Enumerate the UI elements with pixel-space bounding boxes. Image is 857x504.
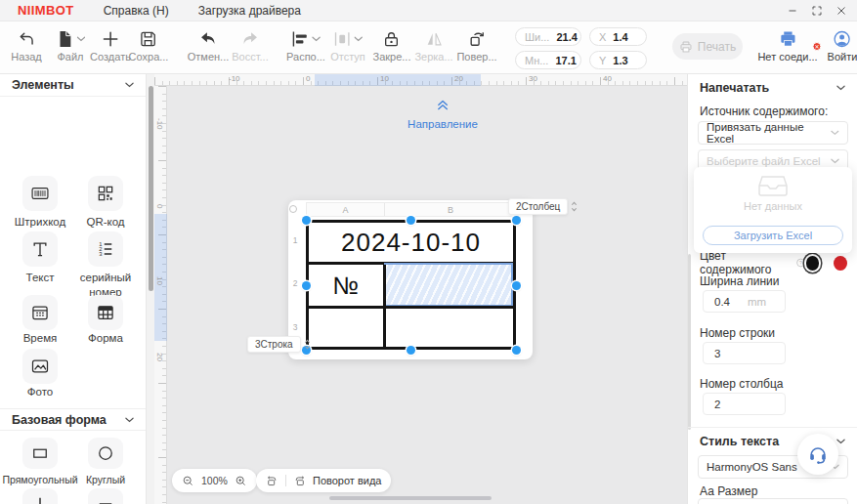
content-source-select[interactable]: Привязать данные Excel bbox=[698, 121, 848, 145]
element-serial-label-1: серийный bbox=[80, 272, 131, 283]
mirror-button[interactable]: Зерка... bbox=[414, 28, 452, 63]
row-header-3[interactable]: 3 bbox=[289, 322, 301, 332]
row-header-1[interactable]: 1 bbox=[289, 235, 301, 245]
color-swatch-red[interactable] bbox=[834, 256, 847, 271]
spinner-icon[interactable] bbox=[304, 338, 311, 351]
create-icon bbox=[101, 29, 120, 49]
login-button[interactable]: Войти bbox=[828, 28, 857, 63]
table-cell-date[interactable]: 2024-10-10 bbox=[309, 223, 513, 262]
row-count-label: Номер строки bbox=[700, 326, 775, 340]
selection-handle-s[interactable] bbox=[407, 346, 415, 355]
rect-icon bbox=[30, 443, 50, 463]
undo-button[interactable]: Отмен... bbox=[188, 28, 230, 63]
indent-button[interactable]: Отступ bbox=[330, 28, 365, 63]
table-cell-selected[interactable] bbox=[384, 263, 513, 307]
menu-help[interactable]: Справка (H) bbox=[104, 4, 169, 18]
zoom-in-icon[interactable] bbox=[235, 475, 247, 487]
element-qr[interactable] bbox=[88, 176, 123, 211]
chevron-down-icon bbox=[355, 36, 364, 42]
upload-excel-button[interactable]: Загрузить Excel bbox=[703, 226, 843, 245]
create-button[interactable]: Создать bbox=[90, 28, 131, 63]
shape-horizontal-line[interactable] bbox=[88, 488, 123, 504]
y-field[interactable]: Y 1.3 bbox=[589, 51, 647, 69]
lock-button[interactable]: Закре... bbox=[373, 28, 411, 63]
element-text[interactable] bbox=[22, 231, 58, 267]
column-count-input[interactable]: 2 bbox=[703, 393, 786, 415]
font-size-select[interactable]: 9 bbox=[698, 498, 848, 504]
element-shape[interactable] bbox=[88, 295, 123, 330]
content-color-label: Цвет содержимого bbox=[700, 249, 793, 276]
color-swatch-black[interactable] bbox=[806, 256, 820, 271]
direction-toggle[interactable]: Направление bbox=[407, 98, 478, 130]
minimize-icon[interactable] bbox=[787, 5, 798, 17]
selection-handle-se[interactable] bbox=[512, 346, 521, 355]
section-elements[interactable]: Элементы bbox=[0, 74, 146, 97]
height-field[interactable]: Мн... 17.1 bbox=[515, 51, 581, 69]
x-field[interactable]: X 1.4 bbox=[589, 27, 647, 46]
table-cell-numero[interactable]: № bbox=[309, 265, 383, 306]
column-header-b[interactable]: B bbox=[384, 205, 517, 215]
rotate-button[interactable]: Повер... bbox=[456, 28, 496, 63]
vertical-ruler: -10 0 10 20 bbox=[154, 86, 167, 504]
direction-icon bbox=[435, 98, 450, 111]
column-header-a[interactable]: A bbox=[307, 205, 384, 215]
save-button[interactable]: Сохра... bbox=[129, 28, 169, 63]
element-serial[interactable] bbox=[88, 231, 123, 267]
back-button[interactable]: Назад bbox=[11, 28, 42, 63]
canvas-horizontal-scrollbar[interactable] bbox=[329, 496, 492, 500]
label-table[interactable]: 2024-10-10 № bbox=[306, 220, 516, 350]
connection-status[interactable]: ✕ Нет соеди... bbox=[757, 28, 817, 63]
scrollbar-thumb[interactable] bbox=[149, 86, 153, 291]
login-icon bbox=[833, 29, 852, 49]
maximize-icon[interactable] bbox=[811, 5, 823, 17]
redo-button[interactable]: Восст... bbox=[232, 28, 268, 63]
selection-handle-w[interactable] bbox=[302, 281, 311, 290]
selection-handle-ne[interactable] bbox=[512, 216, 521, 225]
menu-driver-download[interactable]: Загрузка драйвера bbox=[198, 4, 301, 18]
text-icon bbox=[30, 239, 50, 259]
element-photo-label: Фото bbox=[27, 386, 53, 398]
help-icon[interactable] bbox=[795, 257, 806, 269]
element-photo[interactable] bbox=[22, 349, 58, 384]
shape-rectangle[interactable] bbox=[22, 438, 58, 469]
circle-icon bbox=[96, 443, 115, 463]
row-header-2[interactable]: 2 bbox=[289, 278, 301, 288]
zoom-control: 100% bbox=[172, 469, 257, 492]
table-column-headers: A B bbox=[306, 202, 516, 217]
rotate-view-left-icon[interactable] bbox=[266, 475, 279, 487]
close-icon[interactable] bbox=[836, 5, 847, 17]
selection-handle-nw[interactable] bbox=[302, 216, 311, 225]
no-data-icon bbox=[757, 174, 789, 197]
sidebar: Элементы Штрихкод QR-код Текст серийный … bbox=[0, 74, 147, 504]
selection-handle-e[interactable] bbox=[512, 281, 521, 290]
selection-handle-n[interactable] bbox=[407, 216, 415, 225]
element-barcode[interactable] bbox=[22, 176, 58, 211]
element-time[interactable] bbox=[22, 295, 58, 330]
columns-stepper[interactable]: 2Столбец bbox=[508, 198, 578, 215]
row-count-input[interactable]: 3 bbox=[703, 342, 786, 364]
rows-stepper[interactable]: 3Строка bbox=[247, 336, 311, 353]
zoom-out-icon[interactable] bbox=[182, 475, 194, 487]
print-button[interactable]: Печать bbox=[672, 33, 743, 60]
section-print[interactable]: Напечатать bbox=[688, 76, 857, 99]
table-select-all-icon[interactable] bbox=[289, 205, 297, 213]
chevron-down-icon bbox=[836, 85, 845, 91]
line-width-input[interactable]: 0.4 mm bbox=[703, 290, 786, 313]
support-button[interactable] bbox=[797, 434, 838, 475]
canvas[interactable]: -10 0 10 20 30 40 -10 0 10 20 Направлени… bbox=[147, 74, 687, 504]
error-badge-icon: ✕ bbox=[813, 42, 822, 51]
shape-circle[interactable] bbox=[88, 438, 123, 469]
file-button[interactable]: Файл bbox=[56, 28, 86, 63]
spinner-icon[interactable] bbox=[571, 200, 578, 213]
no-data-text: Нет данных bbox=[694, 200, 852, 212]
panel-scrollbar-thumb[interactable] bbox=[688, 254, 691, 430]
section-basic-shapes[interactable]: Базовая форма bbox=[0, 408, 146, 431]
shape-vertical-line[interactable] bbox=[22, 488, 58, 504]
element-text-label: Текст bbox=[26, 272, 55, 283]
width-field[interactable]: Ши... 21.4 bbox=[515, 27, 581, 46]
arrange-button[interactable]: Распо... bbox=[286, 28, 325, 63]
rotate-view-control[interactable]: Поворот вида bbox=[256, 469, 391, 492]
rotate-view-right-icon[interactable] bbox=[293, 475, 306, 487]
print-icon bbox=[679, 40, 693, 54]
canvas-vertical-scrollbar[interactable] bbox=[147, 74, 154, 504]
